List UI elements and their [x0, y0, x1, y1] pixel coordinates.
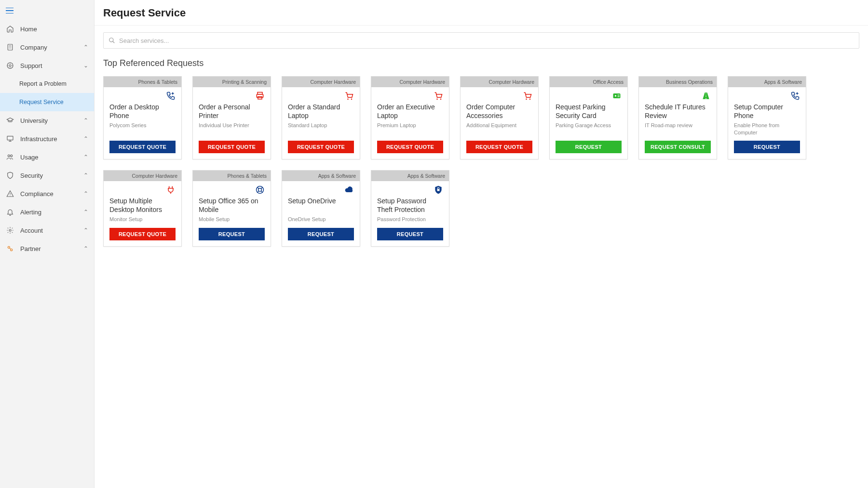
service-card: Apps & SoftwareSetup Password Theft Prot…: [371, 170, 449, 247]
card-subtitle: Individual Use Printer: [199, 122, 265, 129]
phone-add-icon: [104, 87, 181, 101]
sidebar-item-compliance[interactable]: Compliance⌃: [0, 185, 94, 203]
chevron-up-icon: ⌃: [83, 209, 88, 215]
sidebar-item-usage[interactable]: Usage⌃: [0, 148, 94, 166]
card-action-button[interactable]: REQUEST CONSULT: [645, 141, 711, 153]
sidebar-item-security[interactable]: Security⌃: [0, 166, 94, 185]
svg-rect-20: [613, 93, 621, 98]
support-icon: [6, 61, 14, 70]
search-input[interactable]: [119, 37, 854, 44]
card-action-button[interactable]: REQUEST: [288, 228, 354, 240]
card-title: Setup OneDrive: [288, 197, 354, 214]
card-subtitle: Enable Phone from Computer: [734, 122, 800, 136]
card-title: Order Computer Accessories: [466, 103, 532, 120]
card-title: Schedule IT Futures Review: [645, 103, 711, 120]
card-action-button[interactable]: REQUEST QUOTE: [109, 228, 176, 240]
chevron-up-icon: ⌃: [83, 117, 88, 124]
card-action-button[interactable]: REQUEST QUOTE: [109, 141, 176, 153]
chevron-up-icon: ⌃: [83, 190, 88, 197]
svg-point-2: [9, 65, 11, 66]
svg-point-17: [440, 98, 442, 100]
card-title: Setup Password Theft Protection: [377, 197, 443, 214]
sidebar-item-company[interactable]: Company⌃: [0, 38, 94, 56]
sidebar-item-label: Infrastructure: [20, 135, 57, 143]
search-box[interactable]: [103, 32, 859, 49]
sidebar-item-account[interactable]: Account⌃: [0, 221, 94, 239]
chevron-down-icon: ⌄: [83, 62, 88, 69]
service-card: Office AccessRequest Parking Security Ca…: [549, 76, 628, 159]
sidebar-item-partner[interactable]: Partner⌃: [0, 239, 94, 258]
service-card: Business OperationsSchedule IT Futures R…: [638, 76, 717, 159]
card-subtitle: Parking Garage Access: [556, 122, 622, 129]
card-category: Computer Hardware: [104, 171, 181, 181]
chevron-up-icon: ⌃: [83, 135, 88, 142]
svg-point-18: [526, 98, 527, 100]
card-title: Setup Multiple Desktop Monitors: [109, 197, 176, 214]
phone-add-icon: [728, 87, 806, 101]
card-subtitle: Standard Laptop: [288, 122, 354, 129]
card-title: Setup Office 365 on Mobile: [199, 197, 265, 214]
card-action-button[interactable]: REQUEST QUOTE: [199, 141, 265, 153]
sidebar-item-support[interactable]: Support⌄: [0, 56, 94, 75]
card-action-button[interactable]: REQUEST: [556, 141, 622, 153]
svg-rect-24: [437, 189, 440, 191]
hamburger-icon[interactable]: [0, 2, 94, 20]
card-title: Order a Personal Printer: [199, 103, 265, 120]
sidebar-item-label: University: [20, 117, 48, 124]
lifesaver-icon: [193, 181, 271, 195]
cart-icon: [461, 87, 538, 101]
card-subtitle: IT Road-map review: [645, 122, 711, 129]
card-category: Phones & Tablets: [104, 77, 181, 87]
sidebar-item-label: Request Service: [19, 99, 64, 106]
cards-grid: Phones & TabletsOrder a Desktop PhonePol…: [95, 72, 868, 251]
card-subtitle: Additional Equipment: [466, 122, 532, 129]
card-category: Computer Hardware: [461, 77, 538, 87]
idcard-icon: [550, 87, 627, 101]
chevron-up-icon: ⌃: [83, 172, 88, 179]
card-category: Business Operations: [639, 77, 717, 87]
service-card: Computer HardwareOrder Computer Accessor…: [460, 76, 539, 159]
svg-rect-0: [8, 44, 12, 50]
svg-line-10: [113, 41, 115, 43]
card-subtitle: Password Protection: [377, 216, 443, 223]
sidebar-item-label: Support: [20, 62, 42, 69]
service-card: Computer HardwareOrder a Standard Laptop…: [282, 76, 360, 159]
sidebar-item-request-service[interactable]: Request Service: [0, 93, 94, 111]
card-action-button[interactable]: REQUEST: [377, 228, 443, 240]
sidebar-item-report-a-problem[interactable]: Report a Problem: [0, 75, 94, 93]
sidebar-item-label: Home: [20, 26, 37, 33]
card-title: Setup Computer Phone: [734, 103, 800, 120]
svg-point-19: [529, 98, 531, 100]
svg-point-14: [347, 98, 349, 100]
card-action-button[interactable]: REQUEST: [734, 141, 800, 153]
sidebar-item-university[interactable]: University⌃: [0, 111, 94, 130]
main-content: Request Service Top Referenced Requests …: [95, 0, 868, 488]
grad-icon: [6, 116, 14, 125]
sidebar-item-home[interactable]: Home: [0, 20, 94, 38]
svg-point-9: [109, 38, 113, 42]
card-subtitle: Polycom Series: [109, 122, 176, 129]
svg-point-15: [351, 98, 353, 100]
home-icon: [6, 25, 14, 33]
card-action-button[interactable]: REQUEST: [199, 228, 265, 240]
card-action-button[interactable]: REQUEST QUOTE: [377, 141, 443, 153]
monitor-icon: [6, 134, 14, 143]
users-icon: [6, 153, 14, 161]
card-category: Phones & Tablets: [193, 171, 271, 181]
card-action-button[interactable]: REQUEST QUOTE: [466, 141, 532, 153]
card-subtitle: Mobile Setup: [199, 216, 265, 223]
svg-point-21: [615, 95, 616, 96]
sidebar: HomeCompany⌃Support⌄Report a ProblemRequ…: [0, 0, 95, 488]
chevron-up-icon: ⌃: [83, 154, 88, 160]
card-category: Apps & Software: [371, 171, 449, 181]
sidebar-item-alerting[interactable]: Alerting⌃: [0, 203, 94, 221]
partner-icon: [6, 244, 14, 253]
sidebar-item-label: Compliance: [20, 190, 54, 198]
sidebar-item-label: Account: [20, 227, 43, 234]
plug-icon: [104, 181, 181, 195]
card-action-button[interactable]: REQUEST QUOTE: [288, 141, 354, 153]
sidebar-item-infrastructure[interactable]: Infrastructure⌃: [0, 130, 94, 148]
service-card: Apps & SoftwareSetup Computer PhoneEnabl…: [728, 76, 806, 159]
chevron-up-icon: ⌃: [83, 227, 88, 234]
svg-rect-13: [258, 97, 262, 99]
